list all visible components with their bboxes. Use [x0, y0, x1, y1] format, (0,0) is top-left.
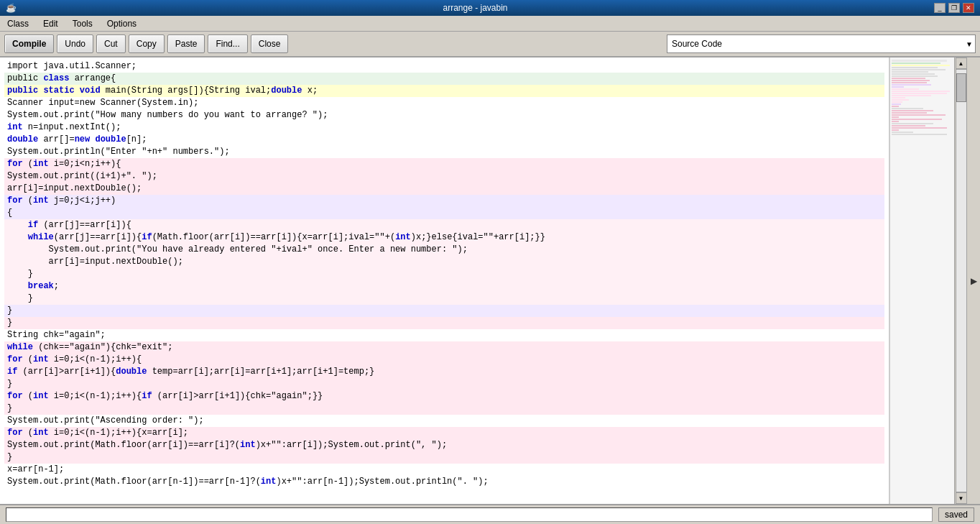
code-line: Scanner input=new Scanner(System.in);	[4, 97, 884, 109]
code-line: for (int i=0;i<(n-1);i++){x=arr[i];	[4, 427, 884, 439]
code-line: public class arrange{	[4, 73, 884, 85]
copy-button[interactable]: Copy	[129, 35, 165, 53]
source-code-dropdown[interactable]: Source Code ▼	[667, 35, 976, 53]
code-line: System.out.println("Enter "+n+" numbers.…	[4, 146, 884, 158]
code-line: for (int i=0;i<(n-1);i++){	[4, 354, 884, 366]
menu-edit[interactable]: Edit	[39, 17, 63, 30]
code-line: }	[4, 268, 884, 280]
code-line: }	[4, 451, 884, 464]
scroll-thumb[interactable]	[956, 73, 966, 102]
status-bar: saved	[0, 504, 980, 524]
paste-button[interactable]: Paste	[167, 35, 205, 53]
cut-button[interactable]: Cut	[96, 35, 126, 53]
code-line: while (chk=="again"){chk="exit";	[4, 341, 884, 354]
code-line: }	[4, 403, 884, 415]
code-line: int n=input.nextInt();	[4, 121, 884, 134]
minimize-button[interactable]: _	[934, 3, 946, 13]
status-text	[6, 507, 933, 522]
code-area: import java.util.Scanner; public class a…	[0, 60, 889, 488]
code-line: for (int i=0;i<(n-1);i++){if (arr[i]>arr…	[4, 390, 884, 403]
window-controls: _ ❐ ✕	[934, 3, 974, 13]
compile-button[interactable]: Compile	[4, 35, 54, 53]
main-content: import java.util.Scanner; public class a…	[0, 58, 980, 504]
minimap	[889, 58, 954, 504]
code-line: for (int j=0;j<i;j++)	[4, 195, 884, 207]
code-line: while(arr[j]==arr[i]){if(Math.floor(arr[…	[4, 231, 884, 244]
expand-icon: ▶	[971, 276, 977, 286]
code-line: String chk="again";	[4, 329, 884, 341]
code-line: break;	[4, 280, 884, 293]
code-line: if (arr[j]==arr[i]){	[4, 219, 884, 231]
minimap-content	[890, 58, 954, 504]
code-line: if (arr[i]>arr[i+1]){double temp=arr[i];…	[4, 366, 884, 378]
code-line: }	[4, 305, 884, 317]
code-line: arr[i]=input.nextDouble();	[4, 183, 884, 195]
code-line: System.out.print("Ascending order: ");	[4, 415, 884, 427]
scroll-down-button[interactable]: ▼	[956, 492, 967, 504]
code-line: System.out.print("You have already enter…	[4, 244, 884, 256]
vertical-scrollbar[interactable]: ▲ ▼	[954, 58, 967, 504]
close-button[interactable]: ✕	[963, 3, 974, 13]
window-title: arrange - javabin	[443, 3, 507, 13]
source-code-select[interactable]: Source Code	[667, 35, 976, 53]
code-line: System.out.print(Math.floor(arr[i])==arr…	[4, 439, 884, 451]
code-line: public static void main(String args[]){S…	[4, 85, 884, 97]
scroll-track[interactable]	[956, 69, 967, 492]
code-line: }	[4, 317, 884, 329]
code-line: {	[4, 207, 884, 219]
code-line: double arr[]=new double[n];	[4, 134, 884, 146]
horizontal-scroll-expand[interactable]: ▶	[967, 58, 980, 504]
code-editor[interactable]: import java.util.Scanner; public class a…	[0, 58, 889, 504]
saved-label: saved	[938, 507, 974, 522]
toolbar: Compile Undo Cut Copy Paste Find... Clos…	[0, 32, 980, 58]
code-line: for (int i=0;i<n;i++){	[4, 158, 884, 170]
title-bar: ☕ arrange - javabin _ ❐ ✕	[0, 0, 980, 16]
menu-tools[interactable]: Tools	[68, 17, 97, 30]
find-button[interactable]: Find...	[208, 35, 247, 53]
code-line: arr[i]=input.nextDouble();	[4, 256, 884, 268]
menu-options[interactable]: Options	[103, 17, 141, 30]
code-line: System.out.print(Math.floor(arr[n-1])==a…	[4, 476, 884, 488]
code-line: }	[4, 378, 884, 390]
scroll-up-button[interactable]: ▲	[956, 58, 967, 69]
restore-button[interactable]: ❐	[948, 3, 960, 13]
app-icon: ☕	[6, 3, 17, 13]
code-line: import java.util.Scanner;	[4, 60, 884, 73]
code-line: System.out.print((i+1)+". ");	[4, 170, 884, 183]
undo-button[interactable]: Undo	[57, 35, 93, 53]
close-editor-button[interactable]: Close	[251, 35, 289, 53]
code-line: x=arr[n-1];	[4, 464, 884, 476]
code-line: }	[4, 293, 884, 305]
menu-class[interactable]: Class	[3, 17, 33, 30]
menu-bar: Class Edit Tools Options	[0, 16, 980, 32]
code-line: System.out.print("How many numbers do yo…	[4, 109, 884, 121]
